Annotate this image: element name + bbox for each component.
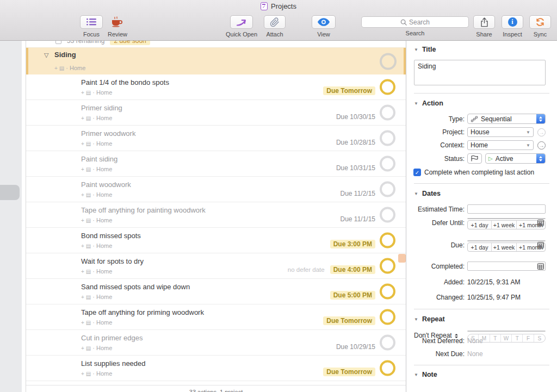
collapse-triangle-icon[interactable]: ▼ [414, 372, 418, 377]
complete-when-last-row[interactable]: ✓ Complete when completing last action [413, 169, 557, 176]
collapse-triangle-icon[interactable]: ▼ [414, 101, 418, 106]
task-row[interactable]: Bond missed spots + ▤ · Home Due 3:00 PM [26, 228, 406, 253]
review-button[interactable] [105, 15, 130, 29]
action-list-icon: ▤ [86, 320, 91, 326]
previous-row-partial[interactable]: 53 remaining 2 due soon [26, 41, 406, 48]
title-field[interactable]: Siding [414, 60, 546, 85]
quick-open-button[interactable] [230, 15, 253, 29]
project-complete-circle[interactable] [380, 53, 397, 70]
context-combo[interactable]: Home ▼ [467, 140, 534, 150]
next-due-label: Next Due: [414, 350, 465, 358]
due-label: Due 11/2/15 [341, 190, 376, 197]
task-row[interactable]: Paint 1/4 of the bondo spots + ▤ · Home … [26, 74, 406, 100]
meta-separator: · [92, 140, 95, 147]
task-row[interactable]: Paint siding + ▤ · Home Due 10/31/15 [26, 151, 406, 177]
action-list-icon: ▤ [59, 65, 64, 71]
defer-adjust-segment[interactable]: +1 day+1 week+1 month [467, 220, 546, 229]
task-complete-circle[interactable] [380, 182, 395, 197]
type-popup[interactable]: Sequential [467, 114, 546, 124]
action-section-header[interactable]: ▼ Action [414, 99, 546, 107]
repeat-interval-input[interactable] [467, 331, 546, 332]
status-popup[interactable]: ▷ Active [485, 153, 546, 164]
view-label: View [317, 31, 330, 38]
task-complete-circle[interactable] [380, 105, 395, 121]
task-title: List supplies needed [81, 359, 146, 368]
task-row[interactable]: List supplies needed + ▤ · Home Due Tomo… [26, 356, 406, 381]
status-bar-text: 33 actions, 1 project [189, 389, 243, 392]
task-complete-circle[interactable] [380, 360, 395, 376]
title-section-header[interactable]: ▼ Title [414, 46, 546, 53]
go-to-context-button[interactable]: → [537, 141, 546, 150]
go-to-project-button[interactable]: → [537, 128, 546, 136]
add-action-icon: + [54, 65, 58, 71]
collapse-triangle-icon[interactable]: ▼ [414, 47, 418, 52]
task-row[interactable]: Primer woodwork + ▤ · Home Due 10/28/15 [26, 126, 406, 151]
repeat-section-header[interactable]: ▼ Repeat [414, 315, 546, 323]
date-adjust-button[interactable]: +1 week [492, 221, 517, 229]
attach-button[interactable] [264, 15, 286, 29]
task-row[interactable]: Wait for spots to dry + ▤ · Home no defe… [26, 253, 406, 279]
checkbox-checked-icon[interactable]: ✓ [413, 169, 421, 176]
task-complete-circle[interactable] [380, 130, 395, 146]
task-row[interactable]: Primer siding + ▤ · Home Due 10/30/15 [26, 100, 406, 126]
focus-button[interactable] [80, 15, 103, 29]
flag-toggle-button[interactable] [467, 153, 482, 164]
task-row[interactable]: Tape off anything for painting woodwork … [26, 202, 406, 228]
collapse-triangle-icon[interactable]: ▼ [414, 317, 418, 322]
context-value: Home [471, 141, 488, 149]
context-label: Context: [414, 141, 465, 149]
popup-stepper-icon [536, 154, 545, 163]
disclosure-triangle-icon[interactable]: ▽ [44, 52, 48, 59]
due-label: Due 10/30/15 [336, 113, 375, 121]
task-complete-circle[interactable] [380, 156, 395, 172]
next-due-value: None [467, 350, 483, 358]
defer-until-input[interactable] [467, 218, 546, 219]
task-context: Home [96, 294, 112, 300]
due-input[interactable] [467, 240, 546, 241]
share-button[interactable] [473, 15, 495, 29]
inspect-button[interactable]: i [502, 15, 523, 29]
collapse-triangle-icon[interactable]: ▼ [414, 191, 418, 196]
task-complete-circle[interactable] [380, 335, 395, 351]
date-adjust-button[interactable]: +1 week [492, 243, 517, 251]
search-input[interactable]: Search [361, 16, 469, 28]
task-row[interactable]: Tape off anything for priming woodwork +… [26, 304, 406, 330]
type-label: Type: [414, 115, 465, 123]
sync-button[interactable] [529, 15, 551, 29]
task-complete-circle[interactable] [380, 207, 395, 223]
task-complete-circle[interactable] [380, 258, 395, 274]
meta-separator: · [92, 345, 95, 351]
note-section-header[interactable]: ▼ Note [414, 371, 546, 378]
project-combo[interactable]: House ▼ [467, 127, 534, 137]
action-list-icon: ▤ [86, 371, 91, 377]
search-placeholder: Search [409, 18, 430, 26]
date-adjust-button[interactable]: +1 day [468, 221, 492, 229]
task-title: Cut in primer edges [81, 334, 143, 342]
dates-section-header[interactable]: ▼ Dates [414, 190, 546, 197]
meta-separator: · [92, 294, 95, 300]
titlebar[interactable]: Projects [0, 0, 557, 12]
task-row[interactable]: Cut in primer edges + ▤ · Home Due 10/29… [26, 330, 406, 356]
remaining-count: 53 remaining [67, 41, 104, 45]
completed-input[interactable] [467, 262, 546, 271]
meta-separator: · [66, 65, 68, 71]
task-context: Home [96, 242, 112, 249]
task-title: Tape off anything for painting woodwork [81, 206, 206, 214]
task-complete-circle[interactable] [380, 309, 395, 325]
date-adjust-button[interactable]: +1 day [468, 243, 492, 251]
meta-separator: · [92, 319, 95, 326]
status-bar: 33 actions, 1 project [26, 385, 406, 392]
sidebar-handle[interactable] [0, 185, 20, 200]
view-button[interactable] [312, 15, 336, 29]
task-row[interactable]: Sand missed spots and wipe down + ▤ · Ho… [26, 279, 406, 304]
task-complete-circle[interactable] [380, 79, 395, 95]
meta-separator: · [92, 115, 95, 121]
estimated-time-input[interactable] [467, 204, 546, 214]
add-action-icon: + [81, 192, 84, 198]
task-complete-circle[interactable] [380, 284, 395, 300]
due-adjust-segment[interactable]: +1 day+1 week+1 month [467, 242, 546, 252]
task-complete-circle[interactable] [380, 233, 395, 248]
task-row[interactable]: Paint woodwork + ▤ · Home Due 11/2/15 [26, 177, 406, 202]
project-row-siding[interactable]: ▽ Siding + ▤ · Home [26, 48, 406, 74]
type-value: Sequential [481, 115, 512, 123]
